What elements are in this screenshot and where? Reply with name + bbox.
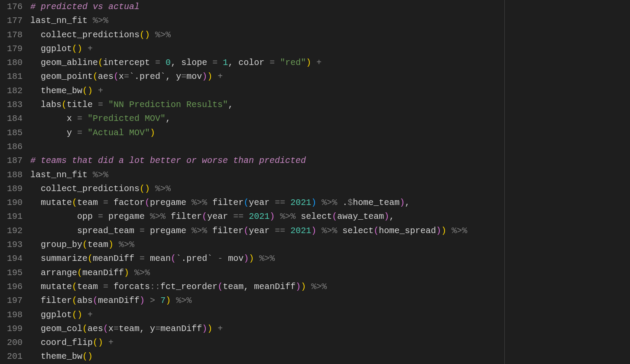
code-token: ) <box>124 268 129 278</box>
code-token: = <box>98 100 103 110</box>
code-token: 2021 <box>249 211 270 221</box>
code-line[interactable]: # teams that did a lot better or worse t… <box>30 154 630 168</box>
code-token <box>306 282 311 292</box>
code-line[interactable]: filter(abs(meanDiff) > 7) %>% <box>30 294 630 308</box>
code-token: :: <box>150 282 160 292</box>
code-line[interactable]: y = "Actual MOV") <box>30 126 630 140</box>
code-token: ) <box>311 198 316 208</box>
code-token: ) <box>166 296 171 306</box>
code-token: title <box>67 100 98 110</box>
code-token: factor <box>108 198 145 208</box>
code-token: y <box>30 128 77 138</box>
code-line[interactable]: ggplot() + <box>30 308 630 322</box>
code-token: %>% <box>134 268 150 278</box>
code-line[interactable]: geom_abline(intercept = 0, slope = 1, co… <box>30 56 630 70</box>
code-token: mutate <box>30 198 72 208</box>
code-token: theme_bw <box>30 351 82 361</box>
code-line[interactable]: summarize(meanDiff = mean(`.pred` - mov)… <box>30 252 630 266</box>
code-token: year <box>249 226 275 236</box>
code-line[interactable] <box>30 140 630 154</box>
code-token: collect_predictions <box>30 184 140 194</box>
code-token: %>% <box>321 226 337 236</box>
code-token: "Predicted MOV" <box>88 114 166 124</box>
code-token: = <box>124 72 129 81</box>
code-line[interactable]: theme_bw() + <box>30 84 630 98</box>
code-token: filter <box>166 211 202 221</box>
code-token: team, y <box>119 324 155 334</box>
code-editor[interactable]: 1761771781791801811821831841851861871881… <box>0 0 630 364</box>
code-line[interactable]: group_by(team) %>% <box>30 238 630 252</box>
code-token: team <box>77 198 103 208</box>
code-token <box>150 184 155 194</box>
code-token: # teams that did a lot better or worse t… <box>30 156 306 166</box>
code-token: ) <box>441 226 446 236</box>
code-token: %>% <box>176 296 192 306</box>
code-token <box>212 324 218 334</box>
code-token <box>254 254 259 263</box>
code-token: collect_predictions <box>30 30 140 40</box>
line-number: 190 <box>3 196 23 210</box>
line-number: 189 <box>3 182 23 196</box>
code-line[interactable]: arrange(meanDiff) %>% <box>30 266 630 280</box>
code-token: ( <box>332 211 337 221</box>
code-line[interactable]: mutate(team = forcats::fct_reorder(team,… <box>30 280 630 294</box>
code-token: - <box>218 254 223 263</box>
code-token: geom_point <box>30 72 93 81</box>
code-line[interactable]: spread_team = pregame %>% filter(year ==… <box>30 224 630 238</box>
code-line[interactable]: opp = pregame %>% filter(year == 2021) %… <box>30 210 630 224</box>
code-token: ) <box>207 72 212 81</box>
code-token <box>244 211 249 221</box>
code-token: %>% <box>451 226 467 236</box>
code-token: = <box>103 282 108 292</box>
code-token: = <box>181 72 186 81</box>
code-token: . <box>337 198 347 208</box>
code-line[interactable]: mutate(team = factor(pregame %>% filter(… <box>30 196 630 210</box>
code-token: ) <box>202 324 207 334</box>
code-line[interactable]: labs(title = "NN Prediction Results", <box>30 98 630 112</box>
code-token: opp <box>30 211 98 221</box>
line-number: 177 <box>3 14 23 28</box>
code-token: ( <box>145 198 150 208</box>
line-number: 200 <box>3 336 23 350</box>
code-token <box>285 198 290 208</box>
code-token <box>93 86 98 96</box>
code-token: %>% <box>192 198 207 208</box>
code-token: ) <box>150 128 155 138</box>
code-token: meanDiff <box>98 296 140 306</box>
code-line[interactable]: geom_point(aes(x=`.pred`, y=mov)) + <box>30 70 630 84</box>
code-token: filter <box>30 296 72 306</box>
code-token: = <box>155 324 160 334</box>
code-token: ) <box>207 324 212 334</box>
code-token: ) <box>436 226 441 236</box>
line-number: 183 <box>3 98 23 112</box>
code-content-area[interactable]: # predicted vs actuallast_nn_fit %>% col… <box>30 0 630 364</box>
code-token: () <box>140 30 150 40</box>
line-number: 188 <box>3 168 23 182</box>
code-token: x <box>108 324 114 334</box>
line-number: 197 <box>3 294 23 308</box>
code-line[interactable]: theme_bw() <box>30 350 630 364</box>
code-token: year <box>207 211 233 221</box>
code-line[interactable]: x = "Predicted MOV", <box>30 112 630 126</box>
code-token: ( <box>373 226 379 236</box>
code-line[interactable]: ggplot() + <box>30 42 630 56</box>
line-number: 186 <box>3 140 23 154</box>
line-number: 196 <box>3 280 23 294</box>
code-line[interactable]: geom_col(aes(x=team, y=meanDiff)) + <box>30 322 630 336</box>
code-line[interactable]: last_nn_fit %>% <box>30 14 630 28</box>
code-line[interactable]: last_nn_fit %>% <box>30 168 630 182</box>
code-line[interactable]: collect_predictions() %>% <box>30 182 630 196</box>
code-token: %>% <box>280 211 296 221</box>
code-token: pregame <box>103 211 150 221</box>
code-token: team <box>77 282 103 292</box>
line-number: 194 <box>3 252 23 266</box>
code-line[interactable]: collect_predictions() %>% <box>30 28 630 42</box>
code-token <box>275 211 280 221</box>
code-line[interactable]: coord_flip() + <box>30 336 630 350</box>
code-token: , color <box>228 58 270 68</box>
code-line[interactable]: # predicted vs actual <box>30 0 630 14</box>
code-token: %>% <box>311 282 327 292</box>
code-token: ) <box>384 211 389 221</box>
code-token: ( <box>93 72 98 81</box>
code-token <box>285 226 290 236</box>
